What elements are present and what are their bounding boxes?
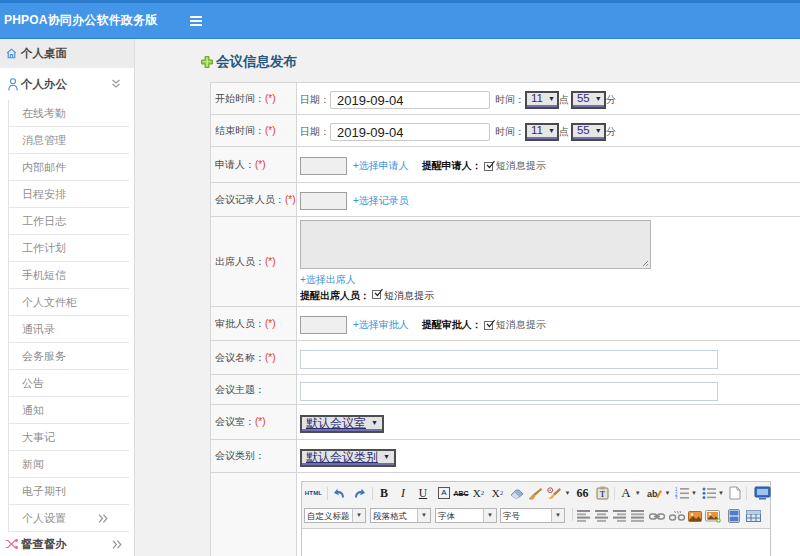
svg-text:3: 3 — [675, 496, 678, 500]
svg-text:ab: ab — [647, 489, 658, 499]
svg-text:T: T — [599, 490, 605, 499]
